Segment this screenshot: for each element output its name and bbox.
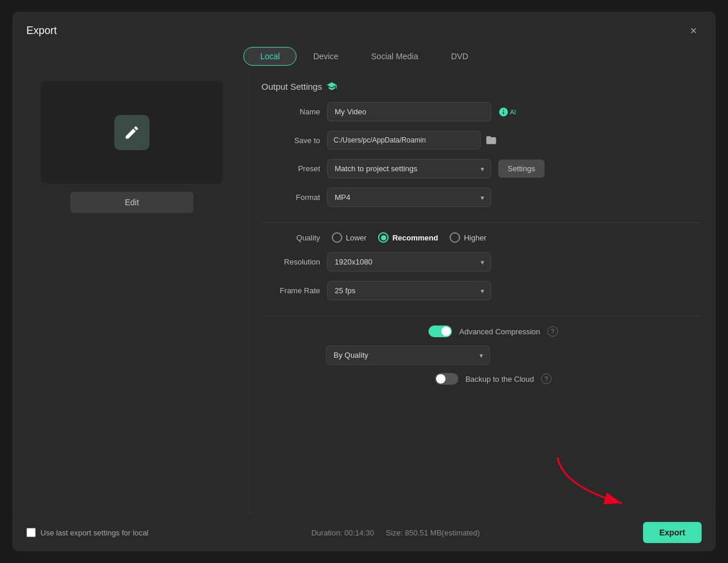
content-area: Edit Output Settings Name AI (12, 75, 716, 513)
settings-hat-icon (326, 81, 337, 91)
use-last-checkbox[interactable] (26, 528, 36, 537)
frame-rate-row: Frame Rate 25 fps 30 fps 60 fps 24 fps ▼ (261, 281, 702, 300)
use-last-settings: Use last export settings for local (26, 528, 148, 537)
preset-select[interactable]: Match to project settings Custom High Qu… (327, 159, 491, 178)
vertical-divider (249, 75, 250, 513)
preview-icon (114, 115, 149, 150)
by-quality-select[interactable]: By Quality By Bitrate (326, 345, 490, 365)
toggle-thumb (441, 327, 451, 336)
quality-higher-label: Higher (464, 233, 486, 242)
path-row (327, 131, 497, 150)
settings-button[interactable]: Settings (498, 160, 545, 178)
radio-dot (381, 235, 386, 240)
save-to-row: Save to (261, 131, 702, 150)
by-quality-wrap: By Quality By Bitrate ▼ (326, 345, 490, 365)
close-button[interactable]: × (685, 22, 702, 39)
separator (261, 222, 702, 223)
frame-rate-select[interactable]: 25 fps 30 fps 60 fps 24 fps (327, 281, 491, 300)
title-bar: Export × (12, 12, 716, 47)
preset-label: Preset (261, 164, 320, 173)
use-last-label: Use last export settings for local (40, 528, 148, 537)
export-dialog: Export × Local Device Social Media DVD E… (12, 12, 716, 551)
frame-rate-label: Frame Rate (261, 286, 320, 295)
preset-select-wrap: Match to project settings Custom High Qu… (327, 159, 491, 178)
resolution-row: Resolution 1920x1080 1280x720 3840x2160 … (261, 252, 702, 272)
name-label: Name (261, 107, 320, 116)
backup-cloud-label: Backup to the Cloud (465, 375, 534, 384)
ai-button[interactable]: AI (498, 107, 516, 117)
left-panel: Edit (26, 75, 237, 513)
quality-lower-radio[interactable] (332, 232, 342, 243)
backup-cloud-toggle[interactable] (435, 373, 458, 385)
advanced-compression-label: Advanced Compression (459, 327, 540, 336)
quality-higher-option[interactable]: Higher (450, 232, 486, 243)
quality-recommend-label: Recommend (392, 233, 438, 242)
quality-lower-option[interactable]: Lower (332, 232, 366, 243)
frame-rate-select-wrap: 25 fps 30 fps 60 fps 24 fps ▼ (327, 281, 491, 300)
export-button[interactable]: Export (643, 522, 702, 543)
format-label: Format (261, 193, 320, 202)
advanced-compression-row: Advanced Compression ? (261, 325, 702, 337)
name-input[interactable] (327, 102, 491, 121)
edit-button[interactable]: Edit (70, 192, 193, 213)
size-info: Size: 850.51 MB(estimated) (386, 528, 479, 537)
dialog-title: Export (26, 25, 57, 37)
preset-row: Preset Match to project settings Custom … (261, 159, 702, 178)
quality-row: Quality Lower Recommend Higher (261, 232, 702, 243)
quality-label: Quality (261, 233, 320, 242)
name-row: Name AI (261, 102, 702, 121)
advanced-compression-help-icon[interactable]: ? (547, 326, 558, 337)
tabs-bar: Local Device Social Media DVD (12, 47, 716, 75)
quality-higher-radio[interactable] (450, 232, 460, 243)
folder-icon (485, 134, 497, 146)
quality-recommend-option[interactable]: Recommend (378, 232, 438, 243)
format-select-wrap: MP4 MOV AVI MKV ▼ (327, 188, 491, 207)
backup-cloud-row: Backup to the Cloud ? (261, 373, 702, 385)
advanced-compression-toggle[interactable] (428, 325, 452, 337)
tab-social-media[interactable]: Social Media (355, 47, 434, 66)
right-panel: Output Settings Name AI Save to (261, 75, 702, 513)
tab-device[interactable]: Device (297, 47, 355, 66)
tab-dvd[interactable]: DVD (434, 47, 485, 66)
separator2 (261, 316, 702, 316)
save-path-input[interactable] (327, 131, 481, 150)
quality-lower-label: Lower (346, 233, 366, 242)
quality-recommend-radio[interactable] (378, 232, 389, 243)
edit-pencil-icon (124, 124, 140, 141)
duration-info: Duration: 00:14:30 (311, 528, 374, 537)
resolution-select-wrap: 1920x1080 1280x720 3840x2160 ▼ (327, 252, 491, 272)
output-settings-title: Output Settings (261, 81, 702, 91)
bottom-info: Duration: 00:14:30 Size: 850.51 MB(estim… (311, 528, 479, 537)
folder-browse-button[interactable] (485, 134, 497, 146)
toggle-thumb-cloud (436, 374, 445, 384)
format-select[interactable]: MP4 MOV AVI MKV (327, 188, 491, 207)
save-to-label: Save to (261, 136, 320, 145)
tab-local[interactable]: Local (243, 47, 297, 66)
ai-icon (498, 107, 509, 117)
preview-box (41, 81, 223, 184)
resolution-label: Resolution (261, 257, 320, 266)
format-row: Format MP4 MOV AVI MKV ▼ (261, 188, 702, 207)
backup-cloud-help-icon[interactable]: ? (541, 374, 552, 384)
bottom-bar: Use last export settings for local Durat… (12, 513, 716, 551)
resolution-select[interactable]: 1920x1080 1280x720 3840x2160 (327, 252, 491, 272)
